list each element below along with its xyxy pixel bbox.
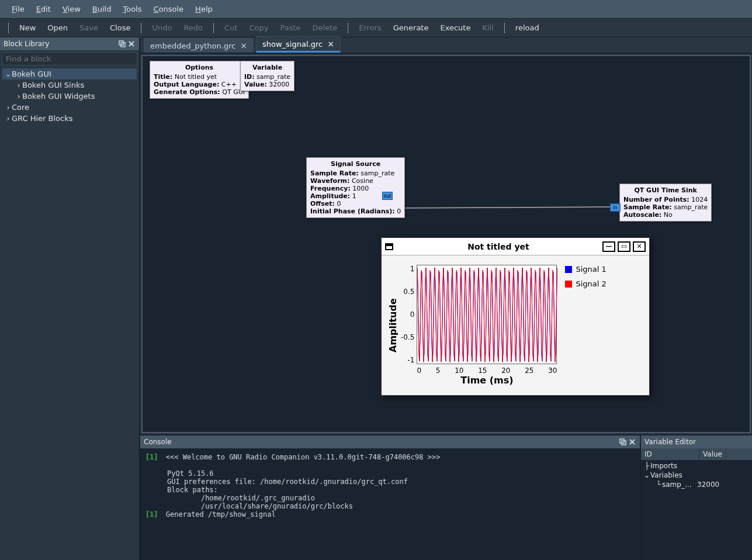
- vargroup-imports[interactable]: ├Imports: [642, 461, 751, 471]
- qt-titlebar[interactable]: Not titled yet—▭✕: [382, 238, 649, 255]
- maximize-button[interactable]: ▭: [618, 241, 630, 252]
- legend: Signal 1Signal 2: [557, 265, 606, 386]
- minimize-button[interactable]: —: [602, 241, 615, 252]
- toolbtn-errors: Errors: [353, 22, 387, 34]
- toolbar-sep: [504, 23, 505, 33]
- close-icon[interactable]: ×: [240, 41, 247, 50]
- editor-tabs: embedded_python.grc×show_signal.grc×: [140, 37, 752, 54]
- block-signal[interactable]: Signal SourceSample Rate: samp_rateWavef…: [306, 157, 405, 218]
- detach-icon[interactable]: [118, 40, 126, 48]
- search-input[interactable]: [2, 52, 137, 65]
- variable-editor-header: Variable Editor: [641, 435, 752, 448]
- close-button[interactable]: ✕: [633, 241, 646, 252]
- menu-tools[interactable]: Tools: [117, 2, 147, 16]
- toolbar-sep: [213, 23, 214, 33]
- toolbar-sep: [141, 23, 141, 33]
- port-in[interactable]: in: [610, 203, 621, 212]
- toolbtn-execute[interactable]: Execute: [434, 22, 476, 34]
- vartable-body[interactable]: ├Imports⌄Variables└samp_...32000: [641, 460, 752, 560]
- xlabel: Time (ms): [417, 375, 557, 386]
- toolbtn-cut: Cut: [219, 22, 243, 34]
- menu-edit[interactable]: Edit: [30, 2, 57, 16]
- toolbtn-copy: Copy: [243, 22, 274, 34]
- qt-title: Not titled yet: [397, 242, 600, 251]
- tree-item-bokeh-gui[interactable]: ⌄Bokeh GUI: [2, 68, 137, 79]
- vartable-header: ID Value: [641, 448, 752, 460]
- block-tree[interactable]: ⌄Bokeh GUI›Bokeh GUI Sinks›Bokeh GUI Wid…: [0, 67, 139, 560]
- toolbtn-undo: Undo: [146, 22, 178, 34]
- col-id[interactable]: ID: [641, 448, 699, 460]
- tree-item-grc-hier-blocks[interactable]: ›GRC Hier Blocks: [2, 113, 137, 124]
- menu-file[interactable]: File: [6, 2, 30, 16]
- menu-build[interactable]: Build: [86, 2, 117, 16]
- tab-show_signal-grc[interactable]: show_signal.grc×: [256, 36, 341, 53]
- window-icon: [385, 243, 393, 250]
- toolbtn-redo: Redo: [178, 22, 209, 34]
- block-variable[interactable]: VariableID: samp_rateValue: 32000: [240, 61, 294, 91]
- block-library-title: Block Library: [4, 40, 49, 48]
- toolbar-sep: [8, 23, 9, 33]
- toolbtn-reload[interactable]: reload: [510, 22, 545, 34]
- port-out[interactable]: out: [382, 192, 393, 200]
- chart[interactable]: [417, 265, 557, 364]
- vargroup-variables[interactable]: ⌄Variables: [642, 471, 751, 480]
- xticks: 051015202530: [417, 364, 557, 375]
- toolbtn-save: Save: [74, 22, 104, 34]
- detach-icon[interactable]: [619, 438, 627, 446]
- col-value[interactable]: Value: [699, 448, 726, 460]
- ylabel: Amplitude: [387, 265, 398, 386]
- toolbar-sep: [348, 23, 348, 33]
- toolbtn-kill: Kill: [476, 22, 499, 34]
- console-header: Console: [140, 435, 640, 448]
- block-options[interactable]: OptionsTitle: Not titled yetOutput Langu…: [150, 61, 249, 99]
- toolbtn-close[interactable]: Close: [104, 22, 136, 34]
- toolbtn-generate[interactable]: Generate: [387, 22, 435, 34]
- block-search: [2, 52, 137, 65]
- toolbtn-new[interactable]: New: [13, 22, 41, 34]
- qt-output-window[interactable]: Not titled yet—▭✕Amplitude10.50-0.5-1051…: [381, 237, 650, 396]
- variable-editor-panel: Variable Editor ID Value ├Imports⌄Variab…: [641, 435, 752, 560]
- close-icon[interactable]: ×: [327, 39, 334, 49]
- block-sink[interactable]: QT GUI Time SinkNumber of Points: 1024Sa…: [619, 184, 712, 222]
- variable-editor-title: Variable Editor: [644, 438, 696, 446]
- yticks: 10.50-0.5-1: [398, 265, 417, 364]
- varrow[interactable]: └samp_...32000: [642, 480, 751, 489]
- tree-item-bokeh-gui-sinks[interactable]: ›Bokeh GUI Sinks: [2, 79, 137, 91]
- toolbtn-open[interactable]: Open: [41, 22, 74, 34]
- menu-help[interactable]: Help: [189, 2, 219, 16]
- menubar: FileEditViewBuildToolsConsoleHelp: [0, 0, 752, 19]
- close-panel-icon[interactable]: [628, 438, 636, 446]
- flowgraph-canvas[interactable]: OptionsTitle: Not titled yetOutput Langu…: [141, 55, 751, 433]
- tree-item-bokeh-gui-widgets[interactable]: ›Bokeh GUI Widgets: [2, 91, 137, 102]
- console-output[interactable]: [1] <<< Welcome to GNU Radio Companion v…: [140, 448, 640, 560]
- close-panel-icon[interactable]: [127, 40, 136, 48]
- block-library-header: Block Library: [0, 37, 139, 50]
- toolbtn-paste: Paste: [274, 22, 306, 34]
- toolbtn-delete: Delete: [307, 22, 344, 34]
- tree-item-core[interactable]: ›Core: [2, 102, 137, 113]
- tab-embedded_python-grc[interactable]: embedded_python.grc×: [144, 38, 254, 53]
- plot-area: Amplitude10.50-0.5-1051015202530Time (ms…: [382, 255, 649, 395]
- menu-view[interactable]: View: [57, 2, 86, 16]
- console-title: Console: [144, 438, 172, 446]
- menu-console[interactable]: Console: [148, 2, 190, 16]
- toolbar: NewOpenSaveCloseUndoRedoCutCopyPasteDele…: [0, 19, 752, 37]
- console-panel: Console [1] <<< Welcome to GNU Radio Com…: [140, 435, 641, 560]
- block-library-panel: Block Library ⌄Bokeh GUI›Bokeh GUI Sinks…: [0, 37, 140, 560]
